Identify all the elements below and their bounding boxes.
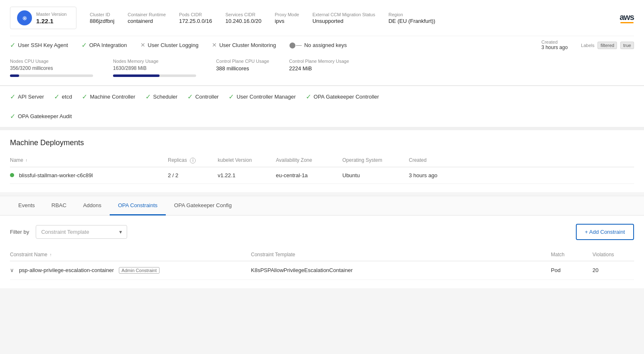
health-controller-label: Controller [195, 94, 219, 100]
metric-cpu-label: Nodes CPU Usage [10, 59, 93, 64]
region-block: Region DE (EU (Frankfurt)) [388, 12, 435, 24]
status-keys: ⬤— No assigned keys [289, 42, 347, 48]
container-runtime-label: Container Runtime [128, 12, 166, 17]
tab-rbac[interactable]: RBAC [43, 196, 75, 215]
health-machine-label: Machine Controller [90, 94, 135, 100]
cluster-meta: Cluster ID 886jzdfbnj Container Runtime … [90, 12, 634, 24]
status-row: ✓ User SSH Key Agent ✓ OPA Integration ✕… [10, 36, 634, 54]
filter-label: Filter by [10, 229, 29, 235]
metric-cp-cpu-label: Control Plane CPU Usage [216, 59, 269, 64]
created-label: Created [541, 40, 568, 45]
col-violations-header: Violations [592, 252, 634, 257]
metric-memory-label: Nodes Memory Usage [113, 59, 196, 64]
pods-cidr-block: Pods CIDR 172.25.0.0/16 [179, 12, 212, 24]
metric-cp-mem-value: 2224 MiB [289, 65, 349, 72]
check-icon: ✓ [229, 93, 234, 101]
status-ssh: ✓ User SSH Key Agent [10, 41, 68, 49]
metric-cpu-value: 356/3200 millicores [10, 65, 93, 71]
check-icon: ✓ [306, 93, 311, 101]
metric-cpu-bar [10, 74, 19, 77]
external-ccm-block: External CCM Migration Status Unsupporte… [312, 12, 375, 24]
status-logging: ✕ User Cluster Logging [140, 42, 199, 48]
health-scheduler: ✓ Scheduler [145, 93, 178, 101]
admin-badge: Admin Constraint [119, 267, 160, 274]
check-icon: ✓ [82, 93, 87, 101]
labels-section: Created 3 hours ago Labels filtered true [541, 40, 634, 50]
metric-cp-cpu-value: 388 millicores [216, 65, 269, 72]
constraints-table-header: Constraint Name ↑ Constraint Template Ma… [10, 248, 634, 261]
info-icon: i [190, 158, 196, 163]
constraint-template-select[interactable]: Constraint Template [36, 225, 127, 239]
labels-container: Labels filtered true [581, 42, 634, 48]
metric-cpu: Nodes CPU Usage 356/3200 millicores [10, 59, 93, 77]
metric-memory: Nodes Memory Usage 1630/2898 MiB [113, 59, 196, 77]
metric-cp-cpu: Control Plane CPU Usage 388 millicores [216, 59, 269, 77]
health-opagk: ✓ OPA Gatekeeper Controller [306, 93, 379, 101]
check-icon: ✓ [10, 112, 15, 120]
container-runtime-block: Container Runtime containerd [128, 12, 166, 24]
health-api-label: API Server [18, 94, 44, 100]
machine-created-cell: 3 hours ago [409, 172, 634, 178]
health-opaaudit-label: OPA Gatekeeper Audit [18, 113, 72, 119]
machine-deployments-table-header: Name ↑ Replicas i kubelet Version Availa… [10, 154, 634, 167]
col-os-header: Operating System [342, 157, 409, 163]
cluster-info-row: ⎈ Master Version 1.22.1 Cluster ID 886jz… [10, 7, 634, 29]
metric-cpu-bar-container [10, 74, 93, 77]
tab-opa-constraints[interactable]: OPA Constraints [110, 196, 166, 215]
opa-constraints-section: Filter by Constraint Template + Add Cons… [0, 215, 644, 288]
label-true-badge: true [620, 42, 634, 49]
health-ucm: ✓ User Controller Manager [229, 93, 295, 101]
constraint-template-cell: K8sPSPAllowPrivilegeEscalationContainer [251, 267, 551, 273]
machine-deployments-section: Machine Deployments Name ↑ Replicas i ku… [0, 130, 644, 192]
machine-kubelet-cell: v1.22.1 [218, 172, 276, 178]
services-cidr-value: 10.240.16.0/20 [226, 18, 262, 24]
container-runtime-value: containerd [128, 18, 166, 24]
x-icon: ✕ [212, 42, 217, 48]
check-icon: ✓ [54, 93, 59, 101]
tabs-bar: Events RBAC Addons OPA Constraints OPA G… [0, 196, 644, 215]
machine-az-cell: eu-central-1a [276, 172, 342, 178]
add-constraint-label: + Add Constraint [585, 229, 625, 235]
label-filtered-badge: filtered [597, 42, 617, 49]
tab-events[interactable]: Events [10, 196, 43, 215]
col-az-header: Availability Zone [276, 157, 342, 163]
col-kubelet-header: kubelet Version [218, 157, 276, 163]
col-created-header: Created [409, 157, 634, 163]
pods-cidr-value: 172.25.0.0/16 [179, 18, 212, 24]
x-icon: ✕ [140, 42, 145, 48]
tab-addons[interactable]: Addons [75, 196, 110, 215]
master-version-label: Master Version [36, 12, 66, 17]
add-constraint-button[interactable]: + Add Constraint [576, 224, 634, 240]
col-ctemplate-header: Constraint Template [251, 252, 551, 257]
machine-os-cell: Ubuntu [342, 172, 409, 178]
health-machine: ✓ Machine Controller [82, 93, 135, 101]
services-cidr-block: Services CIDR 10.240.16.0/20 [226, 12, 262, 24]
machine-deployments-title: Machine Deployments [10, 139, 634, 147]
region-value: DE (EU (Frankfurt)) [388, 18, 435, 24]
proxy-mode-label: Proxy Mode [275, 12, 299, 17]
metric-memory-bar [113, 74, 160, 77]
filter-select-wrapper[interactable]: Constraint Template [36, 225, 127, 239]
status-logging-label: User Cluster Logging [148, 42, 199, 48]
proxy-mode-value: ipvs [275, 18, 299, 24]
constraint-match-cell: Pod [551, 267, 592, 273]
health-opagk-label: OPA Gatekeeper Controller [314, 94, 379, 100]
health-opaaudit: ✓ OPA Gatekeeper Audit [10, 112, 634, 120]
metric-cp-mem-label: Control Plane Memory Usage [289, 59, 349, 64]
cluster-id-label: Cluster ID [90, 12, 114, 17]
sort-icon: ↑ [25, 158, 27, 163]
master-version-value: 1.22.1 [36, 17, 66, 25]
constraints-table-row[interactable]: ∨ psp-allow-privilege-escalation-contain… [10, 261, 634, 280]
col-name-header: Name ↑ [10, 157, 168, 163]
table-row[interactable]: blissful-stallman-worker-c6c89l 2 / 2 v1… [10, 167, 634, 184]
expand-icon[interactable]: ∨ [10, 267, 14, 273]
health-scheduler-label: Scheduler [153, 94, 178, 100]
status-monitoring: ✕ User Cluster Monitoring [212, 42, 276, 48]
machine-name-value: blissful-stallman-worker-c6c89l [19, 172, 93, 178]
health-api: ✓ API Server [10, 93, 44, 101]
col-replicas-header: Replicas i [168, 157, 218, 163]
section-divider [0, 127, 644, 130]
check-icon: ✓ [145, 93, 151, 101]
tab-opa-gatekeeper[interactable]: OPA Gatekeeper Config [166, 196, 240, 215]
labels-label: Labels [581, 43, 594, 48]
